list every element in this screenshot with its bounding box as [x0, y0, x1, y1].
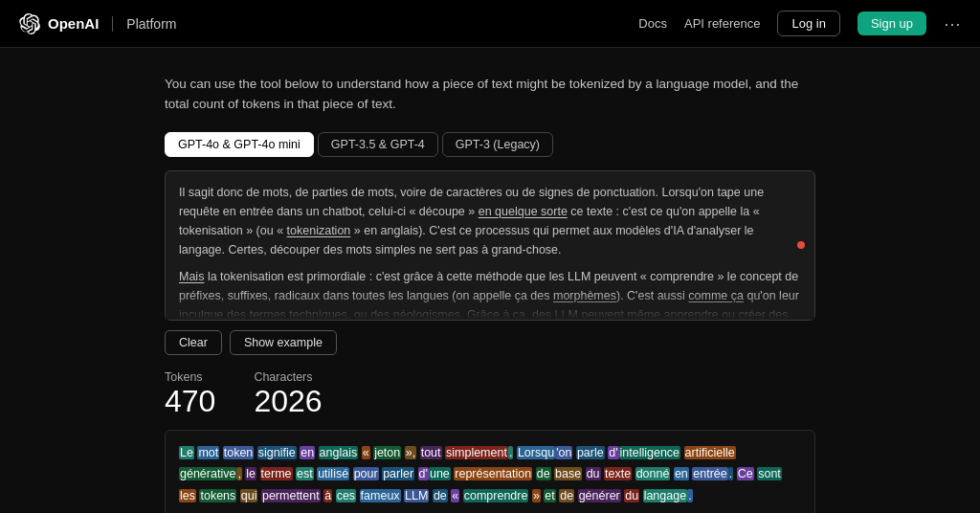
link-mais: Mais: [179, 270, 204, 283]
nav-logo-area: OpenAI Platform: [19, 13, 176, 34]
login-button[interactable]: Log in: [777, 11, 839, 36]
tab-gpt4o[interactable]: GPT-4o & GPT-4o mini: [165, 132, 314, 157]
openai-logo-icon: [19, 13, 40, 34]
red-dot-indicator: [797, 241, 805, 249]
docs-link[interactable]: Docs: [638, 16, 667, 31]
platform-text: Platform: [126, 16, 176, 32]
token-output-area: Le mot token signifie en anglais « jeton…: [165, 430, 815, 513]
characters-value: 2026: [254, 386, 322, 416]
link-en-quelque-sorte: en quelque sorte: [479, 205, 568, 218]
nav-divider: [112, 16, 113, 32]
stats-area: Tokens 470 Characters 2026: [165, 370, 815, 416]
link-tokenization: tokenization: [287, 224, 351, 237]
menu-icon[interactable]: ⋯: [944, 13, 961, 34]
main-content: You can use the tool below to understand…: [126, 48, 854, 513]
tokens-stat: Tokens 470: [165, 370, 215, 416]
show-example-button[interactable]: Show example: [230, 330, 337, 355]
openai-text: OpenAI: [48, 15, 99, 32]
nav-actions: Docs API reference Log in Sign up ⋯: [638, 11, 961, 36]
characters-label: Characters: [254, 370, 322, 384]
textarea-fade: [166, 291, 814, 320]
tokens-value: 470: [165, 386, 215, 416]
navbar: OpenAI Platform Docs API reference Log i…: [0, 0, 980, 48]
token-para1: Le mot token signifie en anglais « jeton…: [179, 442, 801, 507]
action-buttons: Clear Show example: [165, 330, 815, 355]
model-tabs: GPT-4o & GPT-4o mini GPT-3.5 & GPT-4 GPT…: [165, 132, 815, 157]
text-input-area[interactable]: Il sagit donc de mots, de parties de mot…: [165, 170, 815, 321]
page-description: You can use the tool below to understand…: [165, 75, 815, 115]
tab-gpt35[interactable]: GPT-3.5 & GPT-4: [318, 132, 438, 157]
signup-button[interactable]: Sign up: [858, 11, 926, 35]
clear-button[interactable]: Clear: [165, 330, 222, 355]
api-reference-link[interactable]: API reference: [684, 16, 761, 31]
tab-gpt3[interactable]: GPT-3 (Legacy): [442, 132, 553, 157]
characters-stat: Characters 2026: [254, 370, 322, 416]
textarea-para1: Il sagit donc de mots, de parties de mot…: [179, 183, 801, 259]
tokens-label: Tokens: [165, 370, 215, 384]
